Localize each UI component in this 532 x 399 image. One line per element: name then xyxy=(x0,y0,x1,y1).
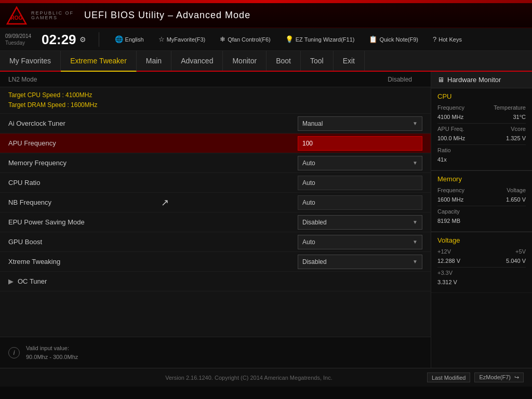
ai-overclock-value: Manual xyxy=(302,120,323,127)
language-btn[interactable]: 🌐 English xyxy=(112,34,147,44)
myfavorite-label: MyFavorite(F3) xyxy=(167,36,206,43)
cpu-temp-label: Temperature xyxy=(494,104,526,111)
oc-tuner-row[interactable]: ▶ OC Tuner xyxy=(0,272,431,291)
rog-logo: ROG xyxy=(6,6,27,25)
header: ROG REPUBLIC OF GAMERS UEFI BIOS Utility… xyxy=(0,3,532,28)
key-icon: ? xyxy=(433,35,436,43)
mem-freq-value: 1600 MHz xyxy=(437,196,463,203)
xtreme-tweaking-row[interactable]: Xtreme Tweaking Disabled ▼ xyxy=(0,252,431,272)
memory-section-title: Memory xyxy=(437,175,526,183)
highlights-area: Target CPU Speed : 4100MHz Target DRAM S… xyxy=(0,87,431,114)
footer: Version 2.16.1240. Copyright (C) 2014 Am… xyxy=(0,368,532,387)
nav-monitor[interactable]: Monitor xyxy=(223,51,267,71)
logo-area: ROG REPUBLIC OF GAMERS xyxy=(6,6,74,25)
nav-my-favorites[interactable]: My Favorites xyxy=(0,51,61,71)
nav-advanced[interactable]: Advanced xyxy=(171,51,223,71)
ln2-label: LN2 Mode xyxy=(8,76,37,83)
mem-cap-value: 8192 MB xyxy=(437,218,460,224)
v12-label: +12V xyxy=(437,248,451,255)
note-icon: 📋 xyxy=(369,35,377,43)
date-display: 09/09/2014 xyxy=(5,33,31,39)
cpu-speed-highlight: Target CPU Speed : 4100MHz xyxy=(8,90,422,100)
cpu-ratio-label: CPU Ratio xyxy=(8,179,298,187)
mem-divider xyxy=(437,206,526,206)
cpu-freq-row: Frequency Temperature xyxy=(437,104,526,111)
main-area: LN2 Mode Disabled Target CPU Speed : 410… xyxy=(0,72,532,368)
epu-power-dropdown[interactable]: Disabled ▼ xyxy=(298,215,422,230)
apu-frequency-row[interactable]: APU Frequency xyxy=(0,134,431,153)
oc-tuner-label: OC Tuner xyxy=(18,277,47,285)
xtreme-tweaking-value: Disabled xyxy=(302,258,327,265)
star-icon: ☆ xyxy=(158,35,165,43)
cpu-section: CPU Frequency Temperature 4100 MHz 31°C … xyxy=(431,88,532,170)
bottom-info-panel: i Valid input value: 90.0Mhz - 300.0Mhz xyxy=(0,337,431,368)
toolbar: 09/09/2014 Tuesday 02:29 ⚙ 🌐 English ☆ M… xyxy=(0,28,532,51)
cpu-temp-value: 31°C xyxy=(513,114,526,120)
cpu-divider2 xyxy=(437,144,526,145)
ez-mode-label: EzMode(F7) xyxy=(479,374,511,380)
last-modified-btn[interactable]: Last Modified xyxy=(427,373,470,382)
nav-exit[interactable]: Exit xyxy=(334,51,365,71)
epu-power-label: EPU Power Saving Mode xyxy=(8,218,298,226)
footer-buttons: Last Modified EzMode(F7) ↪ xyxy=(427,373,524,382)
info-icon: i xyxy=(8,347,20,358)
info-text: Valid input value: 90.0Mhz - 300.0Mhz xyxy=(26,344,78,361)
ai-overclock-row[interactable]: Ai Overclock Tuner Manual ▼ xyxy=(0,114,431,134)
nav-boot[interactable]: Boot xyxy=(267,51,301,71)
volt-divider xyxy=(437,267,526,268)
nb-frequency-label: NB Frequency xyxy=(8,198,298,206)
qfan-label: Qfan Control(F6) xyxy=(228,36,271,43)
nav-extreme-tweaker[interactable]: Extreme Tweaker xyxy=(61,51,137,72)
language-label: English xyxy=(125,36,144,43)
ratio-value: 41x xyxy=(437,156,447,163)
mem-cap-val-row: 8192 MB xyxy=(437,218,526,224)
ai-overclock-dropdown[interactable]: Manual ▼ xyxy=(298,116,422,131)
memory-frequency-row[interactable]: Memory Frequency Auto ▼ xyxy=(0,153,431,173)
hot-keys-btn[interactable]: ? Hot Keys xyxy=(430,34,465,44)
hot-keys-label: Hot Keys xyxy=(438,36,462,43)
ln2-bar: LN2 Mode Disabled xyxy=(0,72,431,87)
nav-main[interactable]: Main xyxy=(137,51,171,71)
v5-value: 5.040 V xyxy=(506,258,526,264)
memory-frequency-dropdown[interactable]: Auto ▼ xyxy=(298,156,422,170)
quick-note-btn[interactable]: 📋 Quick Note(F9) xyxy=(366,34,421,44)
vcore-value: 1.325 V xyxy=(506,135,526,141)
nav-tool[interactable]: Tool xyxy=(301,51,334,71)
v33-label: +3.3V xyxy=(437,270,453,276)
apu-freq-row: APU Freq. Vcore xyxy=(437,126,526,132)
content-area: LN2 Mode Disabled Target CPU Speed : 410… xyxy=(0,72,431,368)
mem-cap-label: Capacity xyxy=(437,208,460,215)
quick-note-label: Quick Note(F9) xyxy=(379,36,418,43)
dram-speed-highlight: Target DRAM Speed : 1600MHz xyxy=(8,100,422,110)
mem-volt-label: Voltage xyxy=(507,187,526,193)
wand-icon: 💡 xyxy=(285,35,294,43)
xtreme-tweaking-dropdown[interactable]: Disabled ▼ xyxy=(298,255,422,269)
cpu-ratio-row[interactable]: CPU Ratio Auto xyxy=(0,173,431,193)
mem-cap-row: Capacity xyxy=(437,208,526,215)
fan-icon: ❄ xyxy=(220,35,225,43)
mem-freq-row: Frequency Voltage xyxy=(437,187,526,193)
footer-copyright: Version 2.16.1240. Copyright (C) 2014 Am… xyxy=(71,375,427,381)
hw-monitor-title-text: Hardware Monitor xyxy=(447,76,501,84)
cpu-section-title: CPU xyxy=(437,92,526,100)
nb-frequency-value: Auto xyxy=(298,195,422,210)
gpu-boost-value: Auto xyxy=(302,238,315,246)
ez-mode-btn[interactable]: EzMode(F7) ↪ xyxy=(474,373,524,382)
qfan-btn[interactable]: ❄ Qfan Control(F6) xyxy=(217,34,274,44)
v5-label: +5V xyxy=(515,248,526,255)
v33-row: +3.3V xyxy=(437,270,526,276)
gpu-boost-row[interactable]: GPU Boost Auto ▼ xyxy=(0,232,431,252)
svg-text:ROG: ROG xyxy=(11,15,23,21)
myfavorite-btn[interactable]: ☆ MyFavorite(F3) xyxy=(155,34,209,44)
settings-gear-icon[interactable]: ⚙ xyxy=(79,35,86,44)
apu-frequency-input[interactable] xyxy=(298,136,422,151)
vcore-label: Vcore xyxy=(511,126,526,132)
xtreme-tweaking-label: Xtreme Tweaking xyxy=(8,258,298,265)
v12-val-row: 12.288 V 5.040 V xyxy=(437,258,526,264)
hw-monitor-icon: 🖥 xyxy=(437,76,444,84)
epu-power-row[interactable]: EPU Power Saving Mode Disabled ▼ xyxy=(0,212,431,232)
gpu-boost-dropdown[interactable]: Auto ▼ xyxy=(298,235,422,249)
app-title: UEFI BIOS Utility – Advanced Mode xyxy=(84,10,250,21)
nb-frequency-row[interactable]: NB Frequency ↗ Auto xyxy=(0,193,431,212)
ez-wizard-btn[interactable]: 💡 EZ Tuning Wizard(F11) xyxy=(282,34,358,44)
